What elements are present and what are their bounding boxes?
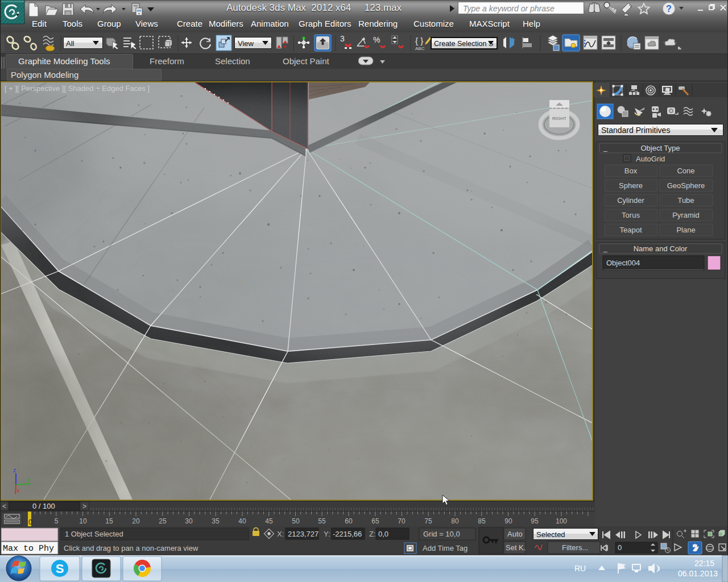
svg-text:X:: X:	[277, 530, 284, 538]
svg-text:Object004: Object004	[606, 259, 640, 267]
svg-text:Name and Color: Name and Color	[634, 244, 688, 253]
svg-text:{ }: { }	[415, 36, 423, 45]
svg-text:20: 20	[132, 517, 140, 525]
svg-text:%: %	[373, 35, 380, 44]
svg-text:Torus: Torus	[622, 211, 640, 219]
svg-text:Auto: Auto	[507, 530, 523, 538]
svg-text:Teapot: Teapot	[619, 226, 642, 234]
svg-text:70: 70	[398, 517, 406, 525]
svg-text:06.01.2013: 06.01.2013	[678, 569, 718, 578]
svg-text:0: 0	[28, 518, 32, 526]
svg-text:All: All	[66, 39, 75, 48]
svg-text:Cylinder: Cylinder	[617, 196, 644, 205]
svg-text:Filters...: Filters...	[562, 543, 588, 552]
svg-text:Y:: Y:	[324, 530, 330, 538]
svg-text:Pyramid: Pyramid	[672, 211, 700, 219]
svg-text:5: 5	[55, 517, 59, 525]
svg-text:25: 25	[159, 517, 167, 525]
svg-text:Standard Primitives: Standard Primitives	[601, 126, 670, 135]
svg-text:85: 85	[478, 517, 486, 525]
svg-text:Plane: Plane	[676, 226, 695, 234]
svg-text:0 / 100: 0 / 100	[32, 502, 55, 510]
svg-text:50: 50	[292, 517, 300, 525]
svg-text:GeoSphere: GeoSphere	[667, 181, 705, 190]
svg-text:Z:: Z:	[369, 530, 376, 538]
svg-text:Tube: Tube	[677, 196, 694, 205]
svg-text:Selected: Selected	[536, 530, 565, 539]
svg-text:Add Time Tag: Add Time Tag	[423, 544, 468, 552]
svg-text:60: 60	[345, 517, 353, 525]
svg-text:0: 0	[618, 543, 622, 552]
svg-text:55: 55	[318, 517, 326, 525]
svg-text:Grid = 10,0: Grid = 10,0	[423, 530, 460, 538]
svg-text:3: 3	[340, 34, 345, 43]
svg-text:1 Object Selected: 1 Object Selected	[65, 530, 123, 538]
svg-text:75: 75	[424, 517, 432, 525]
svg-text:RU: RU	[574, 564, 586, 573]
svg-text:ABC: ABC	[415, 46, 425, 51]
svg-text:2123,727: 2123,727	[288, 530, 318, 538]
svg-text:35: 35	[212, 517, 220, 525]
svg-text:90: 90	[504, 517, 512, 525]
svg-text:100: 100	[556, 517, 567, 525]
svg-text:22:15: 22:15	[694, 559, 714, 568]
svg-text:30: 30	[185, 517, 193, 525]
svg-text:Max to Phy: Max to Phy	[3, 544, 54, 554]
svg-text:S: S	[56, 562, 64, 576]
svg-text:AutoGrid: AutoGrid	[636, 155, 665, 163]
svg-text:95: 95	[531, 517, 539, 525]
svg-text:Create Selection S: Create Selection S	[434, 40, 493, 48]
svg-text:40: 40	[238, 517, 246, 525]
svg-text:15: 15	[105, 517, 113, 525]
svg-text:0,0: 0,0	[378, 530, 388, 538]
svg-text:[ + ][ Perspective ][ Shaded +: [ + ][ Perspective ][ Shaded + Edged Fac…	[5, 84, 150, 93]
svg-text:Sphere: Sphere	[619, 181, 643, 190]
svg-text:?: ?	[666, 4, 672, 14]
svg-text:80: 80	[451, 517, 459, 525]
svg-text:_: _	[603, 144, 607, 152]
svg-text:Click and drag to pan a non-ca: Click and drag to pan a non-camera view	[64, 544, 198, 552]
svg-text:Cone: Cone	[677, 167, 694, 175]
svg-text:_: _	[603, 244, 607, 252]
svg-text:>: >	[82, 502, 86, 510]
svg-text:65: 65	[371, 517, 379, 525]
svg-text:-2215,66: -2215,66	[333, 530, 362, 538]
svg-text:Object Type: Object Type	[640, 144, 680, 152]
svg-text:45: 45	[265, 517, 273, 525]
svg-text:View: View	[238, 39, 254, 48]
svg-text:10: 10	[79, 517, 87, 525]
svg-text:Box: Box	[624, 167, 638, 175]
svg-text:<: <	[2, 502, 6, 510]
svg-text:Set K.: Set K.	[506, 543, 526, 552]
